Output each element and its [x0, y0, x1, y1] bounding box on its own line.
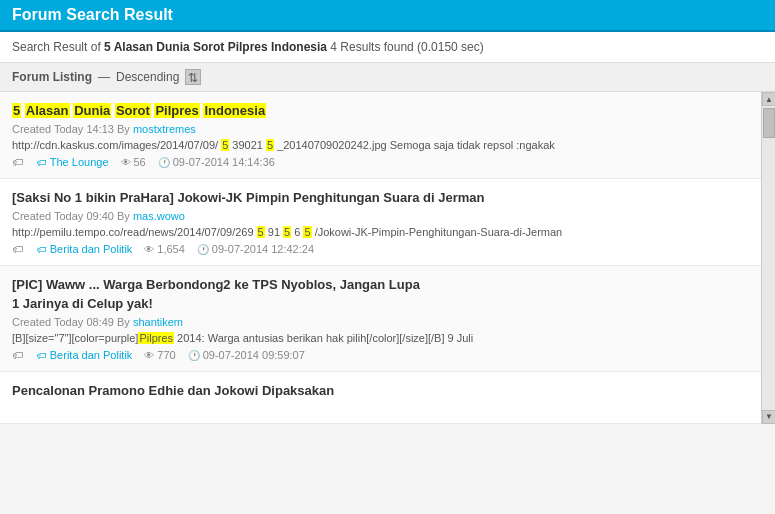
highlight: 5: [12, 103, 21, 118]
search-summary: Search Result of 5 Alasan Dunia Sorot Pi…: [0, 32, 775, 63]
result-created-2: Created Today 09:40 By: [12, 210, 133, 222]
scrollbar[interactable]: ▲ ▼: [761, 92, 775, 424]
tag-icon-2: 🏷: [12, 243, 23, 255]
result-datetime-3: 09-07-2014 09:59:07: [188, 349, 305, 361]
tag-icon-3: 🏷: [12, 349, 23, 361]
result-link-4[interactable]: Pencalonan Pramono Edhie dan Jokowi Dipa…: [12, 383, 334, 398]
result-title-4: Pencalonan Pramono Edhie dan Jokowi Dipa…: [12, 382, 749, 400]
header-bar: Forum Search Result: [0, 0, 775, 32]
result-title-3: [PIC] Waww ... Warga Berbondong2 ke TPS …: [12, 276, 749, 312]
filter-label: Forum Listing: [12, 70, 92, 84]
scroll-thumb[interactable]: [763, 108, 775, 138]
highlight: 5: [257, 226, 265, 238]
result-author-3[interactable]: shantikem: [133, 316, 183, 328]
results-list: 5 Alasan Dunia Sorot Pilpres Indonesia C…: [0, 92, 761, 424]
sort-link[interactable]: Descending: [116, 70, 179, 84]
highlight: 5: [221, 139, 229, 151]
scroll-track: [762, 106, 775, 410]
result-views-1: 56: [121, 156, 146, 168]
summary-suffix: 4 Results found (0.0150 sec): [330, 40, 483, 54]
result-footer-1: 🏷The Lounge 56 09-07-2014 14:14:36: [12, 156, 749, 168]
summary-prefix: Search Result of: [12, 40, 101, 54]
scroll-up-btn[interactable]: ▲: [762, 92, 775, 106]
result-tag-2[interactable]: Berita dan Politik: [37, 243, 132, 255]
result-tag-1[interactable]: The Lounge: [37, 156, 109, 168]
result-snippet-3: [B][size="7"][color=purple]Pilpres 2014:…: [12, 332, 749, 344]
result-datetime-2: 09-07-2014 12:42:24: [197, 243, 314, 255]
result-author-1[interactable]: mostxtremes: [133, 123, 196, 135]
result-meta-3: Created Today 08:49 By shantikem: [12, 316, 749, 328]
scroll-down-btn[interactable]: ▼: [762, 410, 775, 424]
result-item-4: Pencalonan Pramono Edhie dan Jokowi Dipa…: [0, 372, 761, 424]
result-snippet-1: http://cdn.kaskus.com/images/2014/07/09/…: [12, 139, 749, 151]
result-created-3: Created Today 08:49 By: [12, 316, 133, 328]
result-footer-2: 🏷Berita dan Politik 1,654 09-07-2014 12:…: [12, 243, 749, 255]
highlight: 5: [266, 139, 274, 151]
highlight: Alasan: [25, 103, 70, 118]
results-wrapper: 5 Alasan Dunia Sorot Pilpres Indonesia C…: [0, 92, 775, 424]
highlight: Dunia: [73, 103, 111, 118]
result-link-3[interactable]: [PIC] Waww ... Warga Berbondong2 ke TPS …: [12, 277, 420, 310]
highlight: Pilpres: [154, 103, 199, 118]
result-views-3: 770: [144, 349, 175, 361]
highlight: 5: [303, 226, 311, 238]
result-footer-3: 🏷Berita dan Politik 770 09-07-2014 09:59…: [12, 349, 749, 361]
search-query: 5 Alasan Dunia Sorot Pilpres Indonesia: [104, 40, 327, 54]
highlight: Indonesia: [203, 103, 266, 118]
tag-icon-1: 🏷: [12, 156, 23, 168]
highlight: 5: [283, 226, 291, 238]
result-title-1: 5 Alasan Dunia Sorot Pilpres Indonesia: [12, 102, 749, 120]
result-created-1: Created Today 14:13 By: [12, 123, 133, 135]
result-author-2[interactable]: mas.wowo: [133, 210, 185, 222]
sort-icon[interactable]: ⇅: [185, 69, 201, 85]
result-title-2: [Saksi No 1 bikin PraHara] Jokowi-JK Pim…: [12, 189, 749, 207]
result-item-2: [Saksi No 1 bikin PraHara] Jokowi-JK Pim…: [0, 179, 761, 266]
result-tag-3[interactable]: Berita dan Politik: [37, 349, 132, 361]
filter-bar: Forum Listing — Descending ⇅: [0, 63, 775, 92]
result-item-1: 5 Alasan Dunia Sorot Pilpres Indonesia C…: [0, 92, 761, 179]
result-link-1[interactable]: 5 Alasan Dunia Sorot Pilpres Indonesia: [12, 103, 266, 118]
result-datetime-1: 09-07-2014 14:14:36: [158, 156, 275, 168]
result-snippet-2: http://pemilu.tempo.co/read/news/2014/07…: [12, 226, 749, 238]
result-link-2[interactable]: [Saksi No 1 bikin PraHara] Jokowi-JK Pim…: [12, 190, 484, 205]
result-item-3: [PIC] Waww ... Warga Berbondong2 ke TPS …: [0, 266, 761, 371]
page-title: Forum Search Result: [12, 6, 763, 24]
result-views-2: 1,654: [144, 243, 185, 255]
highlight: Pilpres: [138, 332, 174, 344]
result-meta-1: Created Today 14:13 By mostxtremes: [12, 123, 749, 135]
filter-dash: —: [98, 70, 110, 84]
result-meta-2: Created Today 09:40 By mas.wowo: [12, 210, 749, 222]
highlight: Sorot: [115, 103, 151, 118]
